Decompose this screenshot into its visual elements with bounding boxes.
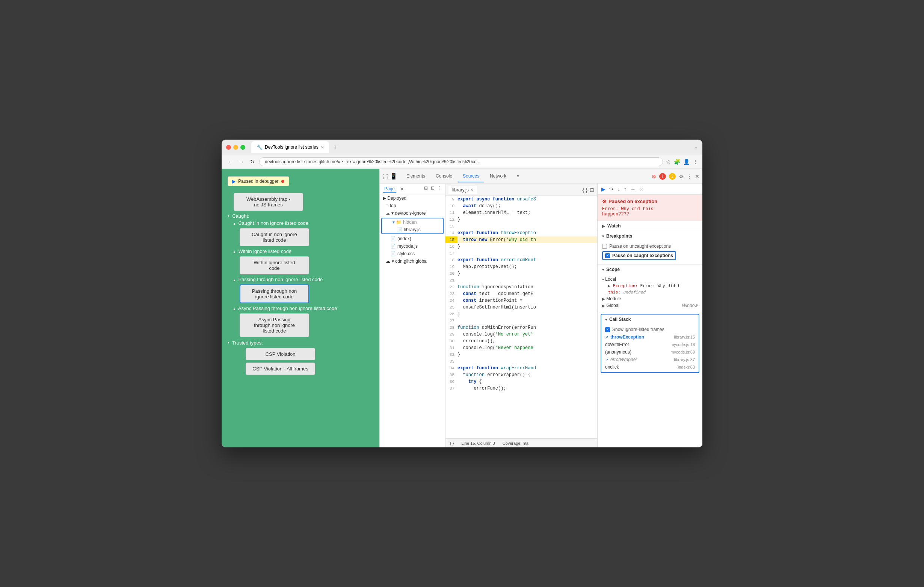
devtools-device-icon[interactable]: 📱 bbox=[390, 173, 398, 180]
uncaught-label: Pause on uncaught exceptions bbox=[609, 243, 671, 249]
call-frame-dowith[interactable]: doWithError mycode.js:18 bbox=[601, 341, 699, 348]
mycode-item[interactable]: 📄 mycode.js bbox=[380, 242, 445, 250]
page-tab[interactable]: Page bbox=[383, 186, 396, 192]
browser-window: 🔧 DevTools ignore list stories ✕ + ⌄ ← →… bbox=[222, 140, 702, 447]
library-js-item[interactable]: 📄 library.js bbox=[382, 226, 443, 233]
async-passing-button[interactable]: Async Passingthrough non ignorelisted co… bbox=[240, 313, 309, 337]
library-js-tab[interactable]: library.js ✕ bbox=[449, 186, 477, 194]
code-line-20: 20 } bbox=[446, 270, 597, 277]
watch-section: ▶ Watch bbox=[597, 221, 702, 231]
local-scope: ▾ Local bbox=[602, 276, 698, 283]
tab-network[interactable]: Network bbox=[485, 170, 511, 183]
code-tab-icons: { } ⊟ bbox=[582, 187, 594, 193]
devtools-inspect-icon[interactable]: ⬚ bbox=[383, 173, 388, 180]
code-line-27: 27 bbox=[446, 317, 597, 324]
step-out-icon[interactable]: ↑ bbox=[623, 186, 627, 193]
refresh-button[interactable]: ↻ bbox=[249, 158, 256, 166]
menu-icon[interactable]: ⋮ bbox=[693, 159, 698, 165]
file-tree-tabs: Page » ⊟ ⊡ ⋮ bbox=[380, 184, 445, 194]
minimize-button[interactable] bbox=[233, 145, 238, 150]
watch-header[interactable]: ▶ Watch bbox=[597, 221, 702, 231]
forward-button[interactable]: → bbox=[238, 158, 246, 166]
within-ignore-button[interactable]: Within ignore listedcode bbox=[240, 257, 309, 275]
format-icon-bottom[interactable]: { } bbox=[450, 441, 454, 446]
code-editor[interactable]: 9 export async function unsafeS 10 await… bbox=[446, 196, 597, 438]
profile-icon[interactable]: 👤 bbox=[683, 159, 690, 165]
devtools-ignore-item[interactable]: ☁ ▾ devtools-ignore bbox=[380, 209, 445, 217]
tab-elements[interactable]: Elements bbox=[402, 170, 430, 183]
right-panel: ▶ ↷ ↓ ↑ → ⊘ ⊗ Paused on exception Error: bbox=[597, 184, 702, 447]
passing-through-button[interactable]: Passing through nonignore listed code bbox=[240, 284, 309, 303]
cdn-item[interactable]: ☁ ▾ cdn.glitch.globa bbox=[380, 258, 445, 265]
csp-violation-button[interactable]: CSP Violation bbox=[246, 348, 315, 360]
step-over-icon[interactable]: ↷ bbox=[609, 186, 614, 193]
back-button[interactable]: ← bbox=[226, 158, 234, 166]
toggle-sidebar-icon[interactable]: ⊟ bbox=[424, 186, 428, 192]
style-item[interactable]: 📄 style.css bbox=[380, 250, 445, 258]
scope-header[interactable]: ▾ Scope bbox=[597, 265, 702, 275]
breakpoints-label: Breakpoints bbox=[606, 233, 632, 239]
settings-icon[interactable]: ⚙ bbox=[679, 173, 684, 179]
anon-frame-name: (anonymous) bbox=[605, 349, 668, 355]
pause-caught-highlight[interactable]: Pause on caught exceptions bbox=[602, 251, 676, 260]
top-item[interactable]: □ top bbox=[380, 202, 445, 209]
caught-checkbox[interactable] bbox=[605, 253, 610, 258]
style-label: style.css bbox=[398, 251, 415, 257]
list-item: Within ignore listed code Within ignore … bbox=[228, 248, 373, 275]
tab-console[interactable]: Console bbox=[431, 170, 457, 183]
close-button[interactable] bbox=[226, 145, 231, 150]
code-line-32: 32 } bbox=[446, 351, 597, 358]
call-stack-content: Show ignore-listed frames ↗ throwExcepti… bbox=[601, 324, 699, 372]
csp-all-frames-button[interactable]: CSP Violation - All frames bbox=[246, 363, 315, 375]
maximize-button[interactable] bbox=[240, 145, 245, 150]
tab-more[interactable]: » bbox=[512, 170, 524, 183]
this-val: undefined bbox=[623, 290, 646, 294]
call-frame-throw[interactable]: ↗ throwException library.js:15 bbox=[601, 333, 699, 341]
extension-icon[interactable]: 🧩 bbox=[674, 159, 680, 165]
toggle-nav-icon[interactable]: ⊟ bbox=[590, 187, 594, 193]
deactivate-breakpoints-icon[interactable]: ⊘ bbox=[639, 186, 645, 193]
call-stack-header[interactable]: ▾ Call Stack bbox=[601, 314, 699, 324]
caught-non-ignore-button[interactable]: Caught in non ignorelisted code bbox=[240, 228, 309, 246]
uncaught-checkbox[interactable] bbox=[602, 244, 607, 249]
record-icon[interactable]: ⏺ bbox=[280, 179, 285, 184]
exception-key: Exception: bbox=[613, 283, 638, 288]
tab-close-icon[interactable]: ✕ bbox=[321, 145, 324, 150]
play-icon[interactable]: ▶ bbox=[232, 178, 236, 184]
step-into-icon[interactable]: ↓ bbox=[617, 186, 621, 193]
call-frame-wrapper[interactable]: ↗ errorWrapper library.js:37 bbox=[601, 356, 699, 363]
step-icon[interactable]: → bbox=[630, 186, 636, 193]
url-input[interactable] bbox=[259, 157, 663, 166]
browser-tab[interactable]: 🔧 DevTools ignore list stories ✕ bbox=[251, 141, 329, 153]
split-icon[interactable]: ⊡ bbox=[431, 186, 435, 192]
file-icon: 📄 bbox=[397, 227, 403, 232]
file-icon-mycode: 📄 bbox=[390, 243, 396, 249]
resume-icon[interactable]: ▶ bbox=[601, 186, 606, 193]
close-devtools-icon[interactable]: ✕ bbox=[695, 173, 700, 179]
call-frame-onclick[interactable]: onclick (index):83 bbox=[601, 363, 699, 371]
tab-sources[interactable]: Sources bbox=[458, 170, 484, 183]
more-ft-icon[interactable]: ⋮ bbox=[437, 186, 442, 192]
exception-val: Error: Why did t bbox=[640, 283, 680, 288]
webasm-button[interactable]: WebAssembly trap -no JS frames bbox=[234, 193, 303, 211]
this-key: this: bbox=[608, 290, 620, 294]
hidden-folder-item[interactable]: ▾ 📁 hidden bbox=[382, 219, 443, 226]
more-tab[interactable]: » bbox=[399, 186, 405, 192]
code-line-15: 15 throw new Error('Why did th bbox=[446, 237, 597, 243]
mycode-label: mycode.js bbox=[398, 243, 417, 249]
expand-icon[interactable]: ⌄ bbox=[694, 145, 698, 150]
call-frame-anon[interactable]: (anonymous) mycode.js:89 bbox=[601, 348, 699, 356]
new-tab-button[interactable]: + bbox=[330, 142, 340, 152]
scope-chevron: ▾ bbox=[602, 268, 604, 272]
exception-title: ⊗ Paused on exception bbox=[602, 199, 698, 204]
format-icon[interactable]: { } bbox=[582, 187, 587, 193]
uncaught-exceptions-item: Pause on uncaught exceptions bbox=[602, 242, 698, 250]
webpage-content: ▶ Paused in debugger ⏺ WebAssembly trap … bbox=[222, 169, 380, 447]
breakpoints-header[interactable]: ▾ Breakpoints bbox=[597, 231, 702, 241]
devtools-panel: ⬚ 📱 Elements Console Sources Network » ⊗… bbox=[380, 169, 702, 447]
close-tab-icon[interactable]: ✕ bbox=[470, 187, 473, 192]
more-icon[interactable]: ⋮ bbox=[686, 173, 692, 179]
show-ignore-checkbox[interactable] bbox=[605, 327, 610, 332]
index-item[interactable]: 📄 (index) bbox=[380, 235, 445, 242]
bookmark-icon[interactable]: ☆ bbox=[666, 159, 671, 165]
